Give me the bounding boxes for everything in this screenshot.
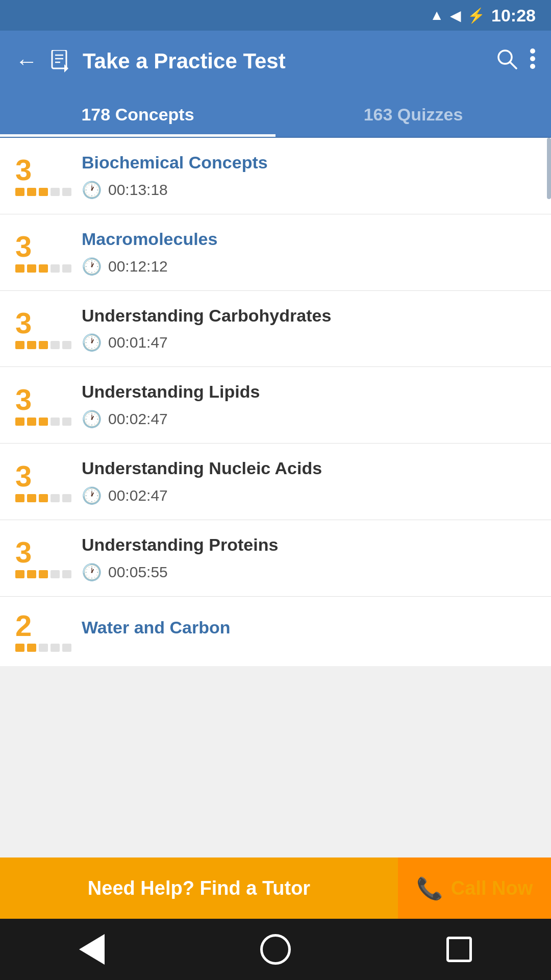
item-content: Macromolecules 🕐 00:12:12: [77, 229, 536, 276]
bar-3: [39, 570, 48, 578]
list-item[interactable]: 3 Understanding Nucleic Acids 🕐 00:02:47: [0, 444, 551, 520]
scrollbar[interactable]: [547, 138, 551, 199]
bar-4: [51, 418, 60, 426]
list-item[interactable]: 3 Understanding Proteins 🕐 00:05:55: [0, 520, 551, 597]
bar-3: [39, 188, 48, 196]
bar-1: [15, 644, 24, 652]
recent-square-icon: [446, 937, 472, 962]
tab-quizzes[interactable]: 163 Quizzes: [276, 92, 551, 137]
item-score: 3: [15, 308, 77, 349]
clock-icon: 🕐: [82, 409, 102, 429]
bar-2: [27, 188, 36, 196]
svg-point-8: [530, 64, 535, 69]
score-bars: [15, 418, 71, 426]
status-time: 10:28: [491, 6, 536, 26]
svg-point-7: [530, 56, 535, 61]
score-bars: [15, 264, 71, 273]
item-content: Water and Carbon: [77, 617, 536, 645]
svg-point-6: [530, 48, 535, 54]
list-item[interactable]: 2 Water and Carbon: [0, 597, 551, 666]
item-time: 🕐 00:01:47: [82, 333, 536, 352]
score-bars: [15, 570, 71, 578]
bar-3: [39, 644, 48, 652]
bar-5: [62, 494, 71, 502]
content-list: 3 Biochemical Concepts 🕐 00:13:18 3: [0, 138, 551, 666]
item-score: 2: [15, 611, 77, 652]
clock-icon: 🕐: [82, 180, 102, 200]
item-time: 🕐 00:12:12: [82, 257, 536, 276]
nav-recent-button[interactable]: [439, 929, 480, 970]
tab-concepts[interactable]: 178 Concepts: [0, 92, 276, 137]
bar-1: [15, 188, 24, 196]
bar-3: [39, 494, 48, 502]
bar-4: [51, 188, 60, 196]
bottom-banner: Need Help? Find a Tutor 📞 Call Now: [0, 857, 551, 919]
clock-icon: 🕐: [82, 486, 102, 505]
bar-1: [15, 264, 24, 273]
bar-1: [15, 494, 24, 502]
bar-2: [27, 644, 36, 652]
bar-2: [27, 341, 36, 349]
item-score: 3: [15, 232, 77, 273]
item-time: 🕐 00:02:47: [82, 409, 536, 429]
find-tutor-button[interactable]: Need Help? Find a Tutor: [0, 857, 398, 919]
page-title: Take a Practice Test: [83, 49, 484, 74]
item-score: 3: [15, 537, 77, 578]
status-icons: ▲ ◀ ⚡ 10:28: [430, 6, 536, 26]
battery-icon: ⚡: [467, 7, 485, 24]
call-now-button[interactable]: 📞 Call Now: [398, 857, 551, 919]
list-item[interactable]: 3 Understanding Carbohydrates 🕐 00:01:47: [0, 291, 551, 368]
back-triangle-icon: [79, 934, 105, 965]
nav-back-button[interactable]: [71, 929, 112, 970]
nav-bar: [0, 919, 551, 980]
bar-2: [27, 264, 36, 273]
bar-3: [39, 418, 48, 426]
score-bars: [15, 188, 71, 196]
bar-1: [15, 341, 24, 349]
item-score: 3: [15, 461, 77, 502]
bar-3: [39, 341, 48, 349]
bar-1: [15, 418, 24, 426]
bar-3: [39, 264, 48, 273]
search-button[interactable]: [496, 48, 517, 75]
bar-4: [51, 570, 60, 578]
score-bars: [15, 494, 71, 502]
back-button[interactable]: ←: [15, 48, 38, 74]
bar-4: [51, 644, 60, 652]
item-content: Understanding Nucleic Acids 🕐 00:02:47: [77, 458, 536, 505]
signal-icon: ◀: [450, 7, 461, 24]
home-circle-icon: [260, 934, 291, 965]
more-options-button[interactable]: [530, 48, 536, 75]
bar-4: [51, 494, 60, 502]
wifi-icon: ▲: [430, 7, 444, 23]
bar-1: [15, 570, 24, 578]
item-score: 3: [15, 155, 77, 196]
bar-5: [62, 418, 71, 426]
svg-line-5: [510, 62, 516, 68]
item-content: Understanding Proteins 🕐 00:05:55: [77, 534, 536, 582]
bar-5: [62, 264, 71, 273]
item-time: 🕐 00:05:55: [82, 562, 536, 582]
item-content: Biochemical Concepts 🕐 00:13:18: [77, 152, 536, 200]
clock-icon: 🕐: [82, 257, 102, 276]
item-time: 🕐 00:02:47: [82, 486, 536, 505]
tabs-bar: 178 Concepts 163 Quizzes: [0, 92, 551, 138]
document-icon: [50, 50, 70, 72]
clock-icon: 🕐: [82, 562, 102, 582]
list-item[interactable]: 3 Macromolecules 🕐 00:12:12: [0, 214, 551, 291]
item-content: Understanding Lipids 🕐 00:02:47: [77, 381, 536, 429]
bar-5: [62, 341, 71, 349]
status-bar: ▲ ◀ ⚡ 10:28: [0, 0, 551, 31]
score-bars: [15, 644, 71, 652]
list-item[interactable]: 3 Biochemical Concepts 🕐 00:13:18: [0, 138, 551, 214]
item-time: 🕐 00:13:18: [82, 180, 536, 200]
nav-home-button[interactable]: [255, 929, 296, 970]
clock-icon: 🕐: [82, 333, 102, 352]
bar-5: [62, 570, 71, 578]
bar-4: [51, 264, 60, 273]
score-bars: [15, 341, 71, 349]
bar-2: [27, 494, 36, 502]
list-item[interactable]: 3 Understanding Lipids 🕐 00:02:47: [0, 367, 551, 444]
bar-4: [51, 341, 60, 349]
bar-5: [62, 644, 71, 652]
